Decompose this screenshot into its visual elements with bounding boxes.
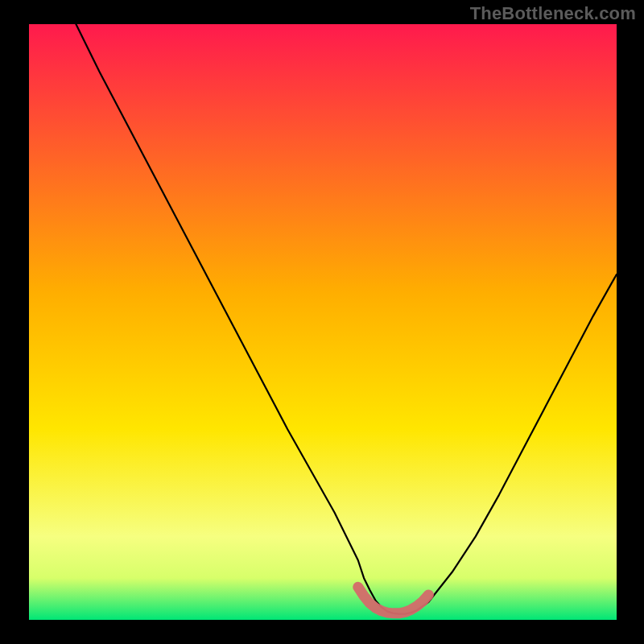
gradient-background	[29, 24, 617, 620]
watermark-text: TheBottleneck.com	[470, 3, 636, 24]
chart-frame: TheBottleneck.com	[0, 0, 644, 644]
plot-area	[29, 24, 617, 620]
bottleneck-chart-svg	[29, 24, 617, 620]
